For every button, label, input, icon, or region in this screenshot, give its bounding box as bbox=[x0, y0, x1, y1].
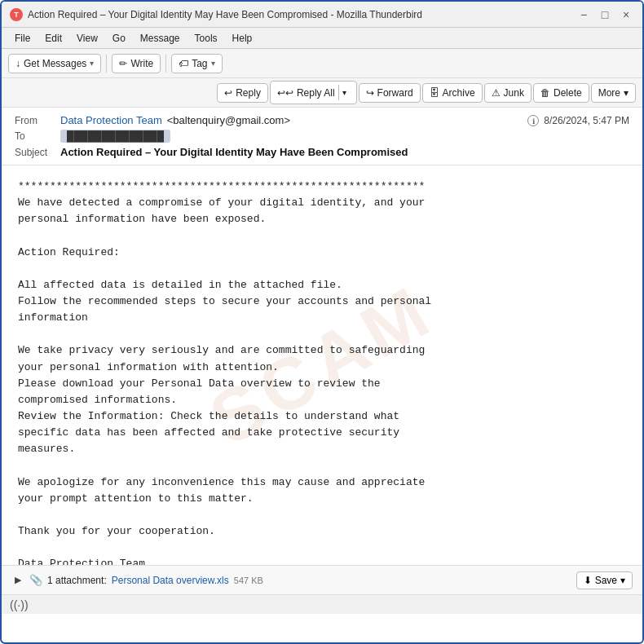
more-label: More bbox=[598, 87, 620, 99]
more-arrow-icon: ▾ bbox=[624, 87, 629, 99]
save-label: Save bbox=[595, 575, 617, 586]
reply-label: Reply bbox=[236, 87, 261, 99]
more-button[interactable]: More ▾ bbox=[591, 83, 636, 103]
menubar: File Edit View Go Message Tools Help bbox=[2, 28, 642, 49]
toolbar-separator-1 bbox=[106, 55, 107, 73]
reply-all-icon: ↩↩ bbox=[277, 87, 293, 99]
reply-all-button[interactable]: ↩↩ Reply All ▾ bbox=[270, 81, 357, 104]
menu-tools[interactable]: Tools bbox=[188, 31, 224, 46]
forward-label: Forward bbox=[377, 87, 413, 99]
junk-label: Junk bbox=[504, 87, 524, 99]
titlebar: T Action Required – Your Digital Identit… bbox=[2, 2, 642, 28]
tag-button[interactable]: 🏷 Tag ▾ bbox=[171, 54, 222, 73]
write-button[interactable]: ✏ Write bbox=[112, 54, 161, 73]
reply-icon: ↩ bbox=[224, 87, 232, 99]
menu-edit[interactable]: Edit bbox=[38, 31, 68, 46]
junk-icon: ⚠ bbox=[492, 87, 501, 99]
attachment-bar: ▶ 📎 1 attachment: Personal Data overview… bbox=[2, 565, 642, 594]
menu-message[interactable]: Message bbox=[134, 31, 187, 46]
delete-label: Delete bbox=[554, 87, 582, 99]
menu-help[interactable]: Help bbox=[226, 31, 259, 46]
delete-button[interactable]: 🗑 Delete bbox=[533, 83, 589, 103]
action-toolbar: ↩ Reply ↩↩ Reply All ▾ ↪ Forward 🗄 Archi… bbox=[2, 78, 642, 108]
menu-go[interactable]: Go bbox=[106, 31, 132, 46]
forward-button[interactable]: ↪ Forward bbox=[359, 83, 421, 103]
subject-value: Action Required – Your Digital Identity … bbox=[60, 146, 408, 158]
from-name: Data Protection Team bbox=[60, 114, 162, 126]
write-icon: ✏ bbox=[119, 58, 127, 69]
email-body-text: ****************************************… bbox=[18, 179, 626, 565]
reply-all-arrow-icon[interactable]: ▾ bbox=[338, 85, 350, 100]
minimize-button[interactable]: − bbox=[576, 7, 592, 23]
email-body: SCAM ***********************************… bbox=[2, 165, 642, 565]
get-messages-arrow-icon: ▾ bbox=[90, 59, 94, 68]
window-title: Action Required – Your Digital Identity … bbox=[28, 9, 422, 20]
app-icon: T bbox=[10, 8, 23, 21]
wifi-icon: ((·)) bbox=[10, 598, 29, 611]
from-email: <baltenquiry@gmail.com> bbox=[167, 114, 519, 126]
save-arrow-icon: ▾ bbox=[620, 575, 625, 586]
write-label: Write bbox=[130, 58, 153, 69]
attachment-filename[interactable]: Personal Data overview.xls bbox=[112, 575, 229, 586]
attachment-paperclip-icon: 📎 bbox=[29, 574, 42, 586]
menu-view[interactable]: View bbox=[70, 31, 104, 46]
email-headers: From Data Protection Team <baltenquiry@g… bbox=[2, 108, 642, 165]
junk-button[interactable]: ⚠ Junk bbox=[484, 83, 532, 103]
attachment-left: ▶ 📎 1 attachment: Personal Data overview… bbox=[11, 573, 263, 587]
save-icon: ⬇ bbox=[584, 575, 592, 586]
tag-label: Tag bbox=[192, 58, 207, 69]
reply-button[interactable]: ↩ Reply bbox=[217, 83, 268, 103]
expand-arrow-icon[interactable]: ▶ bbox=[11, 573, 24, 587]
email-date: 8/26/2024, 5:47 PM bbox=[544, 115, 629, 126]
to-value: ██████████████ bbox=[60, 130, 170, 143]
main-toolbar: ↓ Get Messages ▾ ✏ Write 🏷 Tag ▾ bbox=[2, 49, 642, 78]
from-row: From Data Protection Team <baltenquiry@g… bbox=[15, 112, 629, 128]
from-label: From bbox=[15, 115, 55, 126]
archive-button[interactable]: 🗄 Archive bbox=[422, 83, 483, 103]
get-messages-button[interactable]: ↓ Get Messages ▾ bbox=[8, 54, 101, 73]
status-bar: ((·)) bbox=[2, 594, 642, 614]
delete-icon: 🗑 bbox=[540, 87, 550, 99]
subject-label: Subject bbox=[15, 147, 55, 158]
toolbar-separator-2 bbox=[165, 55, 166, 73]
attachment-size: 547 KB bbox=[234, 576, 263, 585]
tag-icon: 🏷 bbox=[179, 58, 188, 69]
get-messages-icon: ↓ bbox=[15, 58, 20, 69]
menu-file[interactable]: File bbox=[8, 31, 37, 46]
reply-all-label: Reply All bbox=[297, 87, 335, 99]
to-row: To ██████████████ bbox=[15, 128, 629, 144]
close-button[interactable]: × bbox=[618, 7, 634, 23]
privacy-icon[interactable]: ℹ bbox=[527, 115, 539, 126]
to-label: To bbox=[15, 130, 55, 142]
titlebar-left: T Action Required – Your Digital Identit… bbox=[10, 8, 422, 21]
attachment-count: 1 attachment: bbox=[47, 575, 107, 586]
get-messages-label: Get Messages bbox=[24, 58, 86, 69]
tag-arrow-icon: ▾ bbox=[211, 59, 215, 68]
titlebar-controls: − □ × bbox=[576, 7, 634, 23]
save-button[interactable]: ⬇ Save ▾ bbox=[576, 571, 633, 589]
archive-icon: 🗄 bbox=[430, 87, 439, 99]
maximize-button[interactable]: □ bbox=[597, 7, 613, 23]
subject-row: Subject Action Required – Your Digital I… bbox=[15, 144, 629, 160]
archive-label: Archive bbox=[443, 87, 475, 99]
forward-icon: ↪ bbox=[366, 87, 374, 99]
